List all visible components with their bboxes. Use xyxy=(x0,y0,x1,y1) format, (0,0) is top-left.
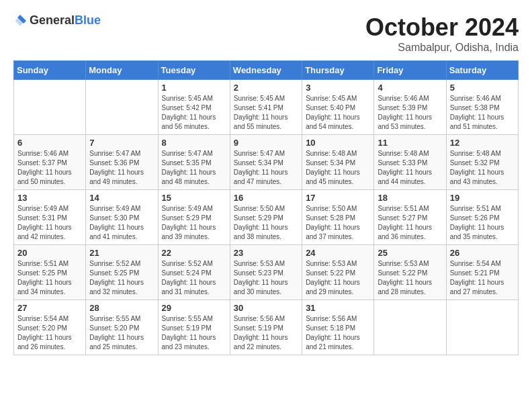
day-info: Sunrise: 5:55 AM Sunset: 5:19 PM Dayligh… xyxy=(162,314,226,352)
day-info: Sunrise: 5:48 AM Sunset: 5:34 PM Dayligh… xyxy=(306,149,370,187)
logo: GeneralBlue xyxy=(13,13,101,28)
day-number: 3 xyxy=(306,83,370,93)
calendar-cell: 21Sunrise: 5:52 AM Sunset: 5:25 PM Dayli… xyxy=(86,245,158,300)
day-info: Sunrise: 5:53 AM Sunset: 5:22 PM Dayligh… xyxy=(378,259,442,297)
day-number: 27 xyxy=(17,303,82,313)
day-number: 29 xyxy=(162,303,226,313)
week-row-2: 6Sunrise: 5:46 AM Sunset: 5:37 PM Daylig… xyxy=(14,135,519,190)
calendar-cell: 6Sunrise: 5:46 AM Sunset: 5:37 PM Daylig… xyxy=(14,135,86,190)
day-info: Sunrise: 5:49 AM Sunset: 5:29 PM Dayligh… xyxy=(162,204,226,242)
day-info: Sunrise: 5:46 AM Sunset: 5:39 PM Dayligh… xyxy=(378,94,442,132)
day-info: Sunrise: 5:50 AM Sunset: 5:29 PM Dayligh… xyxy=(234,204,298,242)
day-number: 9 xyxy=(234,138,298,148)
week-row-3: 13Sunrise: 5:49 AM Sunset: 5:31 PM Dayli… xyxy=(14,190,519,245)
day-info: Sunrise: 5:56 AM Sunset: 5:19 PM Dayligh… xyxy=(234,314,298,352)
day-info: Sunrise: 5:55 AM Sunset: 5:20 PM Dayligh… xyxy=(89,314,154,352)
weekday-tuesday: Tuesday xyxy=(158,61,230,80)
week-row-5: 27Sunrise: 5:54 AM Sunset: 5:20 PM Dayli… xyxy=(14,300,519,355)
day-info: Sunrise: 5:51 AM Sunset: 5:25 PM Dayligh… xyxy=(17,259,82,297)
calendar-cell: 30Sunrise: 5:56 AM Sunset: 5:19 PM Dayli… xyxy=(230,300,302,355)
weekday-sunday: Sunday xyxy=(14,61,86,80)
calendar-cell xyxy=(14,80,86,135)
day-number: 7 xyxy=(89,138,154,148)
calendar-cell: 8Sunrise: 5:47 AM Sunset: 5:35 PM Daylig… xyxy=(158,135,230,190)
day-number: 6 xyxy=(17,138,82,148)
calendar-cell: 26Sunrise: 5:54 AM Sunset: 5:21 PM Dayli… xyxy=(446,245,518,300)
calendar-cell: 10Sunrise: 5:48 AM Sunset: 5:34 PM Dayli… xyxy=(302,135,374,190)
calendar-cell: 5Sunrise: 5:46 AM Sunset: 5:38 PM Daylig… xyxy=(446,80,518,135)
day-number: 8 xyxy=(162,138,226,148)
day-info: Sunrise: 5:51 AM Sunset: 5:26 PM Dayligh… xyxy=(450,204,515,242)
calendar-cell: 31Sunrise: 5:56 AM Sunset: 5:18 PM Dayli… xyxy=(302,300,374,355)
calendar-cell: 20Sunrise: 5:51 AM Sunset: 5:25 PM Dayli… xyxy=(14,245,86,300)
day-info: Sunrise: 5:54 AM Sunset: 5:21 PM Dayligh… xyxy=(450,259,515,297)
calendar-cell: 4Sunrise: 5:46 AM Sunset: 5:39 PM Daylig… xyxy=(374,80,446,135)
calendar-cell xyxy=(86,80,158,135)
day-number: 10 xyxy=(306,138,370,148)
day-number: 2 xyxy=(234,83,298,93)
day-info: Sunrise: 5:52 AM Sunset: 5:24 PM Dayligh… xyxy=(162,259,226,297)
calendar-cell: 1Sunrise: 5:45 AM Sunset: 5:42 PM Daylig… xyxy=(158,80,230,135)
location-title: Sambalpur, Odisha, India xyxy=(365,42,519,54)
calendar-cell xyxy=(446,300,518,355)
weekday-thursday: Thursday xyxy=(302,61,374,80)
day-info: Sunrise: 5:47 AM Sunset: 5:34 PM Dayligh… xyxy=(234,149,298,187)
day-number: 13 xyxy=(17,193,82,203)
day-number: 4 xyxy=(378,83,442,93)
calendar-cell: 12Sunrise: 5:48 AM Sunset: 5:32 PM Dayli… xyxy=(446,135,518,190)
calendar-cell: 25Sunrise: 5:53 AM Sunset: 5:22 PM Dayli… xyxy=(374,245,446,300)
weekday-saturday: Saturday xyxy=(446,61,518,80)
day-number: 25 xyxy=(378,248,442,258)
calendar-cell: 7Sunrise: 5:47 AM Sunset: 5:36 PM Daylig… xyxy=(86,135,158,190)
calendar-cell xyxy=(374,300,446,355)
day-number: 5 xyxy=(450,83,515,93)
calendar-cell: 17Sunrise: 5:50 AM Sunset: 5:28 PM Dayli… xyxy=(302,190,374,245)
day-number: 19 xyxy=(450,193,515,203)
day-info: Sunrise: 5:56 AM Sunset: 5:18 PM Dayligh… xyxy=(306,314,370,352)
day-number: 14 xyxy=(89,193,154,203)
weekday-header-row: SundayMondayTuesdayWednesdayThursdayFrid… xyxy=(14,61,519,80)
day-number: 20 xyxy=(17,248,82,258)
day-info: Sunrise: 5:45 AM Sunset: 5:40 PM Dayligh… xyxy=(306,94,370,132)
calendar-cell: 9Sunrise: 5:47 AM Sunset: 5:34 PM Daylig… xyxy=(230,135,302,190)
weekday-wednesday: Wednesday xyxy=(230,61,302,80)
day-info: Sunrise: 5:54 AM Sunset: 5:20 PM Dayligh… xyxy=(17,314,82,352)
day-info: Sunrise: 5:49 AM Sunset: 5:31 PM Dayligh… xyxy=(17,204,82,242)
calendar-cell: 27Sunrise: 5:54 AM Sunset: 5:20 PM Dayli… xyxy=(14,300,86,355)
day-number: 31 xyxy=(306,303,370,313)
day-number: 30 xyxy=(234,303,298,313)
day-info: Sunrise: 5:50 AM Sunset: 5:28 PM Dayligh… xyxy=(306,204,370,242)
day-info: Sunrise: 5:51 AM Sunset: 5:27 PM Dayligh… xyxy=(378,204,442,242)
week-row-1: 1Sunrise: 5:45 AM Sunset: 5:42 PM Daylig… xyxy=(14,80,519,135)
calendar-cell: 15Sunrise: 5:49 AM Sunset: 5:29 PM Dayli… xyxy=(158,190,230,245)
calendar-cell: 14Sunrise: 5:49 AM Sunset: 5:30 PM Dayli… xyxy=(86,190,158,245)
calendar-cell: 19Sunrise: 5:51 AM Sunset: 5:26 PM Dayli… xyxy=(446,190,518,245)
weekday-friday: Friday xyxy=(374,61,446,80)
calendar-table: SundayMondayTuesdayWednesdayThursdayFrid… xyxy=(13,60,519,355)
day-info: Sunrise: 5:48 AM Sunset: 5:33 PM Dayligh… xyxy=(378,149,442,187)
calendar-cell: 29Sunrise: 5:55 AM Sunset: 5:19 PM Dayli… xyxy=(158,300,230,355)
day-number: 21 xyxy=(89,248,154,258)
month-title: October 2024 xyxy=(365,13,519,42)
day-info: Sunrise: 5:53 AM Sunset: 5:23 PM Dayligh… xyxy=(234,259,298,297)
day-number: 16 xyxy=(234,193,298,203)
day-number: 12 xyxy=(450,138,515,148)
calendar-cell: 18Sunrise: 5:51 AM Sunset: 5:27 PM Dayli… xyxy=(374,190,446,245)
day-info: Sunrise: 5:46 AM Sunset: 5:37 PM Dayligh… xyxy=(17,149,82,187)
calendar-cell: 2Sunrise: 5:45 AM Sunset: 5:41 PM Daylig… xyxy=(230,80,302,135)
day-info: Sunrise: 5:47 AM Sunset: 5:35 PM Dayligh… xyxy=(162,149,226,187)
weekday-monday: Monday xyxy=(86,61,158,80)
calendar-cell: 11Sunrise: 5:48 AM Sunset: 5:33 PM Dayli… xyxy=(374,135,446,190)
day-info: Sunrise: 5:53 AM Sunset: 5:22 PM Dayligh… xyxy=(306,259,370,297)
day-info: Sunrise: 5:46 AM Sunset: 5:38 PM Dayligh… xyxy=(450,94,515,132)
day-number: 22 xyxy=(162,248,226,258)
day-number: 17 xyxy=(306,193,370,203)
logo-icon xyxy=(13,14,27,28)
calendar-cell: 22Sunrise: 5:52 AM Sunset: 5:24 PM Dayli… xyxy=(158,245,230,300)
page-header: GeneralBlue October 2024 Sambalpur, Odis… xyxy=(13,13,519,54)
day-number: 15 xyxy=(162,193,226,203)
calendar-cell: 13Sunrise: 5:49 AM Sunset: 5:31 PM Dayli… xyxy=(14,190,86,245)
calendar-body: 1Sunrise: 5:45 AM Sunset: 5:42 PM Daylig… xyxy=(14,80,519,355)
logo-blue-text: Blue xyxy=(75,13,101,27)
day-info: Sunrise: 5:52 AM Sunset: 5:25 PM Dayligh… xyxy=(89,259,154,297)
